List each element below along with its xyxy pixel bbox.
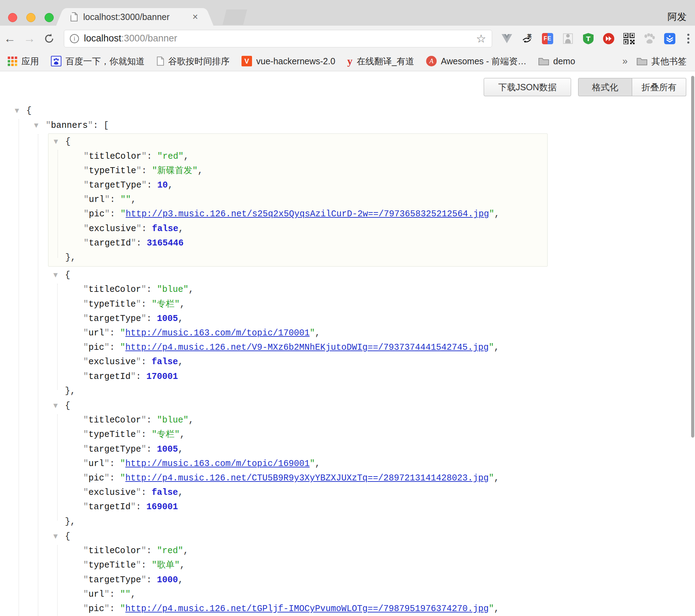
fehelper-icon[interactable]: FE xyxy=(542,33,553,44)
json-line: "url": "", xyxy=(48,587,548,602)
bookmark-label: Awesomes - 前端资… xyxy=(441,55,527,67)
back-button[interactable]: ← xyxy=(0,32,20,45)
thunder-icon[interactable] xyxy=(664,33,675,44)
tab-close-icon[interactable]: × xyxy=(192,12,198,22)
new-tab-button[interactable] xyxy=(223,9,247,25)
close-window-button[interactable] xyxy=(8,13,17,22)
qrcode-icon[interactable] xyxy=(623,33,635,44)
json-key: url xyxy=(88,328,104,338)
json-line: "url": "http://music.163.com/m/topic/169… xyxy=(48,457,548,471)
bookmark-google-sort[interactable]: 谷歌按时间排序 xyxy=(157,55,230,67)
svg-text:T: T xyxy=(586,35,591,42)
reload-button[interactable] xyxy=(39,33,59,44)
json-string: "" xyxy=(120,589,131,599)
json-number: 169001 xyxy=(146,502,178,512)
json-number: 1000 xyxy=(157,575,178,585)
bookmark-baidu[interactable]: 百度一下，你就知道 xyxy=(51,55,145,67)
vue-devtools-icon[interactable] xyxy=(501,33,512,44)
page-icon xyxy=(157,57,164,66)
baidu-paw-icon xyxy=(51,56,61,66)
json-boolean: false xyxy=(152,357,178,367)
tampermonkey-icon[interactable]: T xyxy=(583,33,594,44)
collapse-toggle-icon[interactable]: ▼ xyxy=(53,268,65,282)
json-key: targetType xyxy=(88,314,141,324)
json-link[interactable]: http://p4.music.126.net/CTU5B9R9y3XyYBZX… xyxy=(125,473,489,483)
json-key: url xyxy=(89,195,105,205)
json-array-item: ▼{"titleColor": "red","typeTitle": "新碟首发… xyxy=(48,133,548,267)
json-key: exclusive xyxy=(88,487,136,498)
json-link[interactable]: http://p4.music.126.net/tGPljf-IMOCyPvum… xyxy=(125,604,489,614)
collapse-toggle-icon[interactable]: ▼ xyxy=(53,529,65,543)
json-key: pic xyxy=(88,342,104,353)
video-downloader-icon[interactable] xyxy=(603,33,614,44)
url-host: localhost xyxy=(84,33,121,44)
zoom-window-button[interactable] xyxy=(45,13,54,22)
url-text[interactable]: localhost:3000/banner xyxy=(84,33,476,44)
json-line: ▼{ xyxy=(0,103,695,118)
collapse-toggle-icon[interactable]: ▼ xyxy=(34,118,46,132)
collapse-toggle-icon[interactable]: ▼ xyxy=(53,398,65,413)
other-bookmarks-label: 其他书签 xyxy=(651,55,687,67)
json-key: typeTitle xyxy=(88,560,136,570)
json-key: exclusive xyxy=(89,224,136,234)
tab-localhost[interactable]: localhost:3000/banner × xyxy=(65,8,204,26)
collapse-toggle-icon[interactable]: ▼ xyxy=(54,134,65,149)
json-actions: 下载JSON数据 格式化 折叠所有 xyxy=(484,78,686,96)
collapse-toggle-icon[interactable]: ▼ xyxy=(15,103,26,118)
json-link[interactable]: http://p4.music.126.net/V9-MXz6b2MNhEKju… xyxy=(125,342,489,353)
bookmark-awesomes[interactable]: A Awesomes - 前端资… xyxy=(426,55,527,67)
bookmark-label: demo xyxy=(553,56,575,66)
bookmark-folder-demo[interactable]: demo xyxy=(538,56,575,66)
json-link[interactable]: http://p3.music.126.net/s25q2x5QyqsAzilC… xyxy=(126,209,489,219)
collapse-all-button[interactable]: 折叠所有 xyxy=(632,78,686,96)
json-line: ▼{ xyxy=(48,134,547,149)
json-line: "titleColor": "red", xyxy=(48,149,547,164)
json-key: exclusive xyxy=(88,357,136,367)
json-string: "专栏" xyxy=(152,430,180,440)
bookmarks-overflow-icon[interactable]: » xyxy=(622,56,628,67)
bookmark-star-icon[interactable]: ☆ xyxy=(476,32,486,45)
profile-name[interactable]: 阿发 xyxy=(668,11,687,23)
json-link[interactable]: http://music.163.com/m/topic/170001 xyxy=(125,328,310,338)
json-line: "typeTitle": "专栏", xyxy=(48,297,548,312)
bookmark-youdao[interactable]: y 在线翻译_有道 xyxy=(347,55,414,67)
bookmark-label: 谷歌按时间排序 xyxy=(168,55,230,67)
json-line: "url": "http://music.163.com/m/topic/170… xyxy=(48,326,548,340)
json-line: "url": "", xyxy=(48,192,547,207)
json-link[interactable]: http://music.163.com/m/topic/169001 xyxy=(125,459,310,469)
bookmark-apps[interactable]: 应用 xyxy=(8,55,39,67)
json-line: "pic": "http://p4.music.126.net/CTU5B9R9… xyxy=(48,471,548,485)
vertical-scrollbar[interactable] xyxy=(691,76,694,438)
json-key: titleColor xyxy=(89,151,141,162)
translate-icon[interactable]: 英 xyxy=(522,33,533,44)
bookmark-vue-hackernews[interactable]: V vue-hackernews-2.0 xyxy=(241,56,335,66)
sitemap-icon[interactable] xyxy=(562,33,574,44)
other-bookmarks-folder[interactable]: 其他书签 xyxy=(637,55,687,67)
download-json-button[interactable]: 下载JSON数据 xyxy=(484,78,571,96)
json-line: }, xyxy=(48,384,548,398)
json-array-item: ▼{"titleColor": "blue","typeTitle": "专栏"… xyxy=(48,268,548,398)
bookmark-label: 在线翻译_有道 xyxy=(357,55,414,67)
tab-strip: localhost:3000/banner × 阿发 xyxy=(0,0,695,26)
minimize-window-button[interactable] xyxy=(26,13,35,22)
paw-icon[interactable] xyxy=(644,33,655,44)
folder-icon xyxy=(637,57,647,65)
json-line: "pic": "http://p4.music.126.net/V9-MXz6b… xyxy=(48,340,548,355)
json-key: targetType xyxy=(89,180,141,190)
json-line: "titleColor": "blue", xyxy=(48,413,548,427)
json-key: targetId xyxy=(88,502,131,512)
json-line: ▼{ xyxy=(48,529,548,544)
json-line: "typeTitle": "歌单", xyxy=(48,558,548,572)
json-key: targetId xyxy=(89,238,131,248)
format-button[interactable]: 格式化 xyxy=(578,78,632,96)
json-number: 1005 xyxy=(157,444,178,454)
toolbar: ← → i localhost:3000/banner ☆ 英 FE T xyxy=(0,26,695,51)
json-number: 170001 xyxy=(146,372,178,382)
json-line: ▼"banners": [ xyxy=(0,118,695,133)
page-content: 下载JSON数据 格式化 折叠所有 ▼{▼"banners": [▼{"titl… xyxy=(0,72,695,616)
browser-menu-icon[interactable] xyxy=(687,34,689,44)
json-line: "exclusive": false, xyxy=(48,222,547,236)
info-icon[interactable]: i xyxy=(70,34,79,43)
json-boolean: false xyxy=(152,487,178,498)
address-bar[interactable]: i localhost:3000/banner ☆ xyxy=(64,30,492,47)
